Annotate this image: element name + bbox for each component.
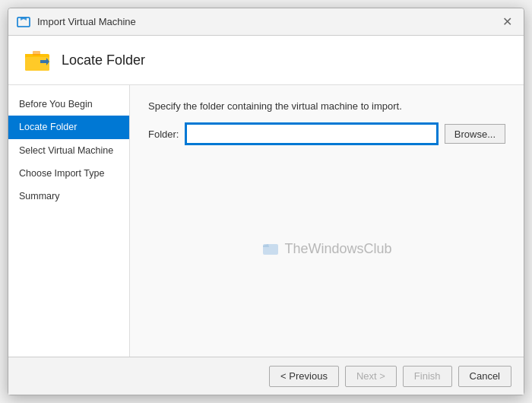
cancel-button[interactable]: Cancel xyxy=(458,366,511,387)
sidebar-item-choose-import-type[interactable]: Choose Import Type xyxy=(8,162,129,185)
import-virtual-machine-window: Import Virtual Machine ✕ Locate Folder B… xyxy=(8,8,524,395)
watermark-text: TheWindowsClub xyxy=(284,241,391,257)
svg-rect-2 xyxy=(25,57,49,71)
sidebar-item-summary[interactable]: Summary xyxy=(8,185,129,208)
watermark: TheWindowsClub xyxy=(261,240,391,258)
window-title: Import Virtual Machine xyxy=(37,16,498,27)
folder-label: Folder: xyxy=(148,129,179,140)
svg-rect-3 xyxy=(33,51,40,56)
finish-button[interactable]: Finish xyxy=(403,366,452,387)
window-icon xyxy=(16,14,31,30)
browse-button[interactable]: Browse... xyxy=(445,124,505,144)
title-bar: Import Virtual Machine ✕ xyxy=(8,8,524,36)
footer: < Previous Next > Finish Cancel xyxy=(8,357,524,395)
sidebar: Before You Begin Locate Folder Select Vi… xyxy=(8,85,130,357)
sidebar-item-before-you-begin[interactable]: Before You Begin xyxy=(8,93,129,116)
sidebar-item-select-virtual-machine[interactable]: Select Virtual Machine xyxy=(8,139,129,162)
page-header: Locate Folder xyxy=(8,36,524,85)
sidebar-item-locate-folder[interactable]: Locate Folder xyxy=(8,116,129,138)
main-panel: Specify the folder containing the virtua… xyxy=(130,85,524,357)
previous-button[interactable]: < Previous xyxy=(269,366,339,387)
page-title: Locate Folder xyxy=(62,52,145,68)
folder-input[interactable] xyxy=(186,124,436,144)
instruction-text: Specify the folder containing the virtua… xyxy=(148,100,505,112)
content-area: Before You Begin Locate Folder Select Vi… xyxy=(8,85,524,357)
watermark-area: TheWindowsClub xyxy=(148,156,505,341)
folder-icon xyxy=(24,46,51,74)
close-button[interactable]: ✕ xyxy=(498,13,516,31)
next-button[interactable]: Next > xyxy=(345,366,397,387)
folder-row: Folder: Browse... xyxy=(148,124,505,144)
